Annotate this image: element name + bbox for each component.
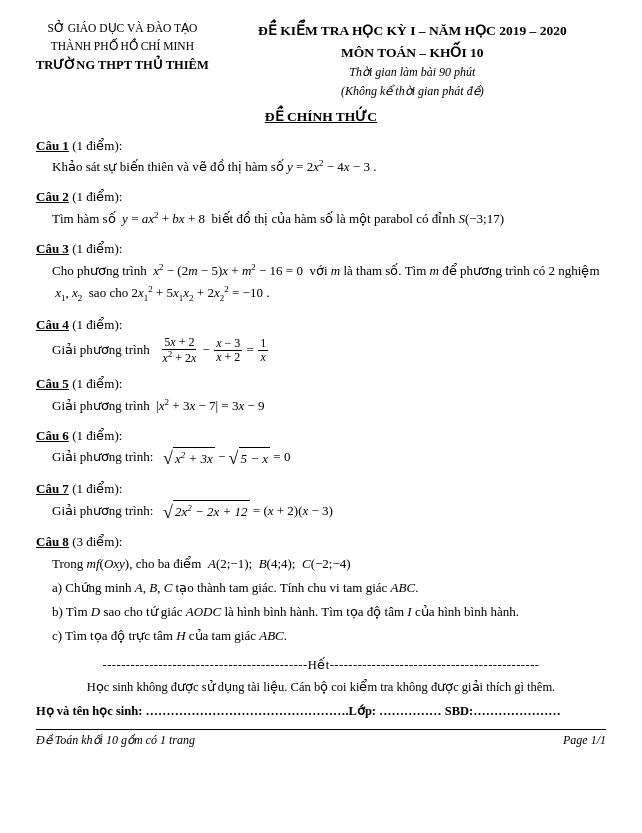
- q6-label: Câu 6: [36, 428, 69, 443]
- q6-points: (1 điểm):: [72, 428, 122, 443]
- question-8: Câu 8 (3 điểm): Trong mf(Oxy), cho ba đi…: [36, 531, 606, 647]
- q3-body: Cho phương trình x2 − (2m − 5)x + m2 − 1…: [36, 260, 606, 307]
- q7-points: (1 điểm):: [72, 481, 122, 496]
- official-label: ĐỀ CHÍNH THỨC: [36, 108, 606, 125]
- q1-points: (1 điểm):: [72, 138, 122, 153]
- footer-left: Đề Toán khối 10 gồm có 1 trang: [36, 733, 195, 748]
- q3-points: (1 điểm):: [72, 241, 122, 256]
- question-3: Câu 3 (1 điểm): Cho phương trình x2 − (2…: [36, 238, 606, 306]
- q6-body: Giải phương trình: √x2 + 3x − √5 − x = 0: [36, 446, 606, 470]
- question-2: Câu 2 (1 điểm): Tìm hàm số y = ax2 + bx …: [36, 186, 606, 230]
- city-label: THÀNH PHỐ HỒ CHÍ MINH: [36, 38, 209, 56]
- student-info: Họ và tên học sinh: ………………………………………….Lớp…: [36, 703, 606, 719]
- question-7: Câu 7 (1 điểm): Giải phương trình: √2x2 …: [36, 478, 606, 523]
- q7-body: Giải phương trình: √2x2 − 2x + 12 = (x +…: [36, 500, 606, 524]
- header: SỞ GIÁO DỤC VÀ ĐÀO TẠO THÀNH PHỐ HỒ CHÍ …: [36, 20, 606, 102]
- q1-label: Câu 1: [36, 138, 69, 153]
- q8-points: (3 điểm):: [72, 534, 122, 549]
- q7-label: Câu 7: [36, 481, 69, 496]
- question-5: Câu 5 (1 điểm): Giải phương trình |x2 + …: [36, 373, 606, 417]
- q5-body: Giải phương trình |x2 + 3x − 7| = 3x − 9: [36, 395, 606, 417]
- q2-label: Câu 2: [36, 189, 69, 204]
- q8-sub-a: a) Chứng minh A, B, C tạo thành tam giác…: [52, 577, 606, 599]
- time-note-2: (Không kể thời gian phát đề): [219, 82, 606, 101]
- header-left: SỞ GIÁO DỤC VÀ ĐÀO TẠO THÀNH PHỐ HỒ CHÍ …: [36, 20, 209, 102]
- q5-points: (1 điểm):: [72, 376, 122, 391]
- school-label: TRƯỜNG THPT THỦ THIÊM: [36, 56, 209, 75]
- footer-right: Page 1/1: [563, 733, 606, 748]
- q5-label: Câu 5: [36, 376, 69, 391]
- q2-body: Tìm hàm số y = ax2 + bx + 8 biết đồ thị …: [36, 208, 606, 230]
- q8-body: Trong mf(Oxy), cho ba điểm A(2;−1); B(4;…: [36, 553, 606, 647]
- time-note-1: Thời gian làm bài 90 phút: [219, 63, 606, 82]
- q2-points: (1 điểm):: [72, 189, 122, 204]
- hline: ----------------------------------------…: [36, 657, 606, 673]
- q4-points: (1 điểm):: [72, 317, 122, 332]
- q8-sub-b: b) Tìm D sao cho tứ giác AODC là hình bì…: [52, 601, 606, 623]
- q4-label: Câu 4: [36, 317, 69, 332]
- exam-title: ĐỀ KIỂM TRA HỌC KỲ I – NĂM HỌC 2019 – 20…: [219, 20, 606, 42]
- ministry-label: SỞ GIÁO DỤC VÀ ĐÀO TẠO: [36, 20, 209, 38]
- exam-subtitle: MÔN TOÁN – KHỐI 10: [219, 42, 606, 64]
- q1-body: Khảo sát sự biến thiên và vẽ đồ thị hàm …: [36, 156, 606, 178]
- q8-intro: Trong mf(Oxy), cho ba điểm A(2;−1); B(4;…: [52, 553, 606, 575]
- q8-sub-c: c) Tìm tọa độ trực tâm H của tam giác AB…: [52, 625, 606, 647]
- question-4: Câu 4 (1 điểm): Giải phương trình 5x + 2…: [36, 314, 606, 365]
- page-footer: Đề Toán khối 10 gồm có 1 trang Page 1/1: [36, 729, 606, 748]
- question-1: Câu 1 (1 điểm): Khảo sát sự biến thiên v…: [36, 135, 606, 179]
- q4-body: Giải phương trình 5x + 2 x2 + 2x − x − 3…: [36, 336, 606, 365]
- question-6: Câu 6 (1 điểm): Giải phương trình: √x2 +…: [36, 425, 606, 470]
- q3-label: Câu 3: [36, 241, 69, 256]
- footer-note: Học sinh không được sử dụng tài liệu. Cá…: [36, 679, 606, 695]
- header-right: ĐỀ KIỂM TRA HỌC KỲ I – NĂM HỌC 2019 – 20…: [209, 20, 606, 102]
- q8-label: Câu 8: [36, 534, 69, 549]
